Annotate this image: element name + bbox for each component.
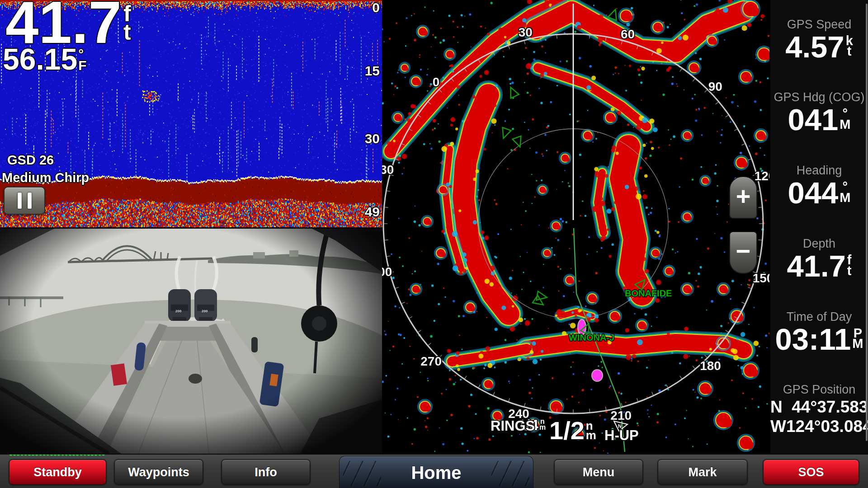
status-led — [99, 454, 102, 456]
motor-label: 200 — [175, 309, 181, 313]
rings-label: RINGS — [491, 419, 535, 433]
field-label: Time of Day — [770, 310, 868, 324]
status-led — [84, 454, 87, 456]
mfd-screen: 41.7 ft 56.15 °F GSD 26 Medium Chirp 015… — [0, 0, 868, 488]
depth-scale-tick: 0 — [372, 0, 380, 15]
motor-label: 200 — [202, 309, 208, 313]
sonar-panel[interactable]: 41.7 ft 56.15 °F GSD 26 Medium Chirp 015… — [0, 0, 382, 229]
field-value: 03:11PM — [775, 325, 863, 354]
status-led — [24, 454, 28, 456]
status-led — [50, 454, 53, 456]
status-led — [80, 454, 83, 456]
depth-scale-tick: 49 — [365, 204, 380, 220]
button-label: Standby — [33, 465, 82, 479]
field-value: 044°M — [788, 178, 851, 207]
sonar-temp-readout: 56.15 °F — [3, 44, 87, 74]
pause-icon — [18, 192, 22, 209]
sidebar-field-gps-hdg-cog-: GPS Hdg (COG)041°M — [770, 90, 868, 134]
button-mark[interactable]: Mark — [658, 460, 747, 485]
radar-range-value: 1/2 — [549, 419, 585, 442]
status-led — [61, 454, 65, 456]
pause-button[interactable] — [4, 187, 45, 215]
status-led — [76, 454, 79, 456]
fisheye-vignette — [0, 229, 382, 454]
bearing-label: 30 — [519, 25, 533, 39]
bearing-label: 210 — [610, 408, 632, 422]
depth-scale-tick: 30 — [365, 131, 380, 146]
bearing-label: 150 — [753, 271, 769, 285]
sonar-mode-label: Medium Chirp — [2, 170, 89, 185]
bearing-label: 300 — [382, 265, 392, 279]
field-label: GPS Position — [770, 383, 868, 397]
status-led — [17, 454, 20, 456]
status-led — [43, 454, 46, 456]
button-home[interactable]: Home — [339, 456, 533, 488]
field-value-line: W124°03.084' — [770, 417, 868, 436]
status-led — [102, 454, 105, 456]
status-led — [9, 454, 13, 456]
tracked-target — [592, 370, 602, 381]
field-value: 4.57kt — [785, 33, 853, 61]
zoom-out-button[interactable]: − — [729, 231, 757, 274]
button-standby[interactable]: Standby — [9, 460, 106, 485]
scrollbar[interactable] — [866, 4, 868, 441]
field-value-line: N 44°37.583' — [770, 398, 868, 417]
status-led — [13, 454, 16, 456]
bearing-label: 120 — [755, 169, 769, 183]
depth-scale-tick: 15 — [365, 63, 380, 79]
vessel-label: BONAFIDE — [625, 288, 672, 298]
sonar-depth-unit: ft — [123, 0, 131, 52]
camera-panel[interactable]: 200 200 — [0, 229, 382, 454]
button-label: Waypoints — [128, 465, 189, 479]
bearing-label: 330 — [382, 163, 394, 177]
status-led — [94, 454, 98, 456]
sidebar-field-depth: Depth41.7ft — [770, 237, 868, 281]
radar-panel[interactable]: 0306090120150180210240270300330BONAFIDEW… — [382, 0, 769, 454]
status-led — [21, 454, 24, 456]
bearing-label: 90 — [708, 80, 722, 94]
radar-display: 0306090120150180210240270300330BONAFIDEW… — [382, 0, 769, 454]
status-led — [57, 454, 61, 456]
radar-range-readout: 1/2 nm — [549, 419, 596, 442]
button-waypoints[interactable]: Waypoints — [114, 460, 203, 485]
sidebar-field-gps-position: GPS PositionN 44°37.583'W124°03.084' — [770, 383, 868, 436]
radar-orientation-label: H-UP — [604, 427, 639, 444]
sonar-temp-unit: °F — [78, 44, 86, 74]
sidebar-field-time-of-day: Time of Day03:11PM — [770, 310, 868, 354]
button-label: Home — [411, 463, 461, 483]
field-value: 041°M — [788, 105, 851, 134]
button-label: SOS — [798, 465, 824, 479]
status-led — [47, 454, 50, 456]
bottom-toolbar: StandbyWaypointsInfoHomeMenuMarkSOS — [0, 454, 868, 488]
status-led — [54, 454, 57, 456]
bearing-label: 270 — [420, 354, 442, 368]
field-label: GPS Speed — [770, 18, 868, 32]
sidebar-field-heading: Heading044°M — [770, 164, 868, 207]
data-sidebar: GPS Speed4.57ktGPS Hdg (COG)041°MHeading… — [769, 0, 868, 454]
status-led — [91, 454, 94, 456]
button-label: Menu — [583, 465, 615, 479]
vessel-label: WINONA-J — [569, 333, 614, 343]
home-button-grip — [343, 461, 381, 486]
status-led — [65, 454, 68, 456]
sidebar-field-gps-speed: GPS Speed4.57kt — [770, 18, 868, 61]
sonar-source-label: GSD 26 — [7, 153, 54, 168]
status-led — [28, 454, 31, 456]
bearing-label: 180 — [700, 359, 721, 373]
bearing-label: 60 — [621, 27, 635, 41]
status-led — [35, 454, 38, 456]
status-led — [87, 454, 90, 456]
status-led — [32, 454, 35, 456]
radar-status-leds — [9, 454, 105, 457]
field-value: 41.7ft — [787, 252, 851, 281]
home-button-grip — [491, 461, 529, 486]
zoom-in-button[interactable]: + — [729, 176, 757, 219]
button-info[interactable]: Info — [222, 460, 310, 485]
status-led — [39, 454, 42, 456]
status-led — [72, 454, 75, 456]
button-label: Info — [255, 465, 277, 479]
sonar-temp-value: 56.15 — [3, 44, 77, 74]
button-menu[interactable]: Menu — [554, 460, 643, 485]
button-sos[interactable]: SOS — [763, 460, 859, 485]
bearing-label: 0 — [433, 75, 440, 89]
